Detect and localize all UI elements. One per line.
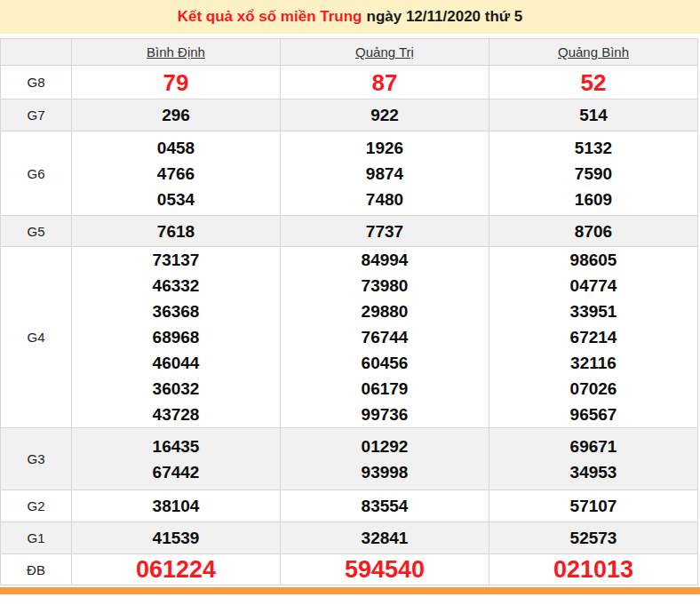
prize-number: 69671 xyxy=(489,434,697,459)
prize-numbers-cell: 192698747480 xyxy=(281,131,489,216)
prize-number: 296 xyxy=(72,102,280,128)
prize-number: 34953 xyxy=(489,459,697,485)
prize-label: G1 xyxy=(1,522,72,554)
prize-number: 514 xyxy=(489,102,697,128)
prize-numbers-cell: 52 xyxy=(489,66,698,100)
prize-numbers-cell: 7618 xyxy=(72,216,281,247)
prize-number: 87 xyxy=(281,67,489,99)
page-title-date: ngày 12/11/2020 thứ 5 xyxy=(367,8,523,25)
table-row: ĐB061224594540021013 xyxy=(1,554,698,585)
prize-numbers-cell: 514 xyxy=(489,100,698,131)
prize-label: G6 xyxy=(1,131,72,216)
prize-number: 79 xyxy=(72,67,280,99)
prize-number: 33951 xyxy=(489,299,697,324)
prize-number: 73980 xyxy=(281,273,489,299)
prize-numbers-cell: 513275901609 xyxy=(489,131,698,216)
prize-number: 99736 xyxy=(281,402,489,427)
prize-numbers-cell: 32841 xyxy=(281,522,489,554)
prize-number: 52573 xyxy=(489,525,697,551)
prize-numbers-cell: 045847660534 xyxy=(72,131,281,216)
prize-number: 07026 xyxy=(489,376,697,402)
table-row: G7296922514 xyxy=(1,100,698,131)
prize-number: 594540 xyxy=(281,555,489,585)
prize-number: 36368 xyxy=(72,299,280,324)
prize-number: 7590 xyxy=(489,161,697,187)
prize-number: 98605 xyxy=(489,247,697,273)
prize-label: G5 xyxy=(1,216,72,247)
prize-numbers-cell: 8706 xyxy=(489,216,698,247)
prize-number: 52 xyxy=(489,67,697,99)
prize-numbers-cell: 296 xyxy=(72,100,281,131)
prize-numbers-cell: 922 xyxy=(281,100,489,131)
prize-number: 0534 xyxy=(72,187,280,212)
prize-number: 06179 xyxy=(281,376,489,402)
prize-number: 7737 xyxy=(281,219,489,244)
prize-number: 4766 xyxy=(72,161,280,187)
lottery-results-table: Bình Định Quảng Trị Quảng Bình G8798752G… xyxy=(0,38,698,585)
table-row: G6045847660534192698747480513275901609 xyxy=(1,131,698,216)
prize-number: 32116 xyxy=(489,350,697,376)
prize-number: 36032 xyxy=(72,376,280,402)
table-header-row: Bình Định Quảng Trị Quảng Bình xyxy=(1,39,698,66)
prize-number: 922 xyxy=(281,102,489,128)
table-row: G1415393284152573 xyxy=(1,522,698,554)
prize-number: 021013 xyxy=(489,555,697,585)
prize-number: 60456 xyxy=(281,350,489,376)
prize-numbers-cell: 061224 xyxy=(72,554,281,585)
prize-label: G8 xyxy=(1,66,72,100)
province-link-binh-dinh[interactable]: Bình Định xyxy=(147,44,205,60)
prize-numbers-cell: 87 xyxy=(281,66,489,100)
prize-number: 43728 xyxy=(72,402,280,427)
page-title-highlight: Kết quả xổ số miền Trung xyxy=(178,8,362,25)
prize-numbers-cell: 0129293998 xyxy=(281,428,489,490)
province-link-quang-binh[interactable]: Quảng Bình xyxy=(558,44,629,60)
prize-number: 83554 xyxy=(281,493,489,519)
prize-number: 5132 xyxy=(489,135,697,161)
prize-number: 73137 xyxy=(72,247,280,273)
prize-label: G4 xyxy=(1,247,72,428)
prize-numbers-cell: 79 xyxy=(72,66,281,100)
table-row: G473137463323636868968460443603243728849… xyxy=(1,247,698,428)
prize-numbers-cell: 84994739802988076744604560617999736 xyxy=(281,247,489,428)
prize-label: G3 xyxy=(1,428,72,490)
table-row: G8798752 xyxy=(1,66,698,100)
prize-number: 41539 xyxy=(72,525,280,551)
prize-numbers-cell: 38104 xyxy=(72,490,281,522)
bottom-accent-bar xyxy=(0,587,700,594)
prize-number: 57107 xyxy=(489,493,697,519)
table-row: G3164356744201292939986967134953 xyxy=(1,428,698,490)
prize-number: 67214 xyxy=(489,324,697,350)
province-link-quang-tri[interactable]: Quảng Trị xyxy=(355,44,414,60)
prize-number: 29880 xyxy=(281,299,489,324)
page-title-bar: Kết quả xổ số miền Trungngày 12/11/2020 … xyxy=(0,0,700,34)
prize-number: 16435 xyxy=(72,434,280,459)
prize-numbers-cell: 83554 xyxy=(281,490,489,522)
column-header-quang-binh: Quảng Bình xyxy=(489,39,698,66)
prize-number: 1926 xyxy=(281,135,489,161)
prize-number: 061224 xyxy=(72,555,280,585)
prize-number: 46044 xyxy=(72,350,280,376)
prize-label: G2 xyxy=(1,490,72,522)
prize-numbers-cell: 7737 xyxy=(281,216,489,247)
prize-numbers-cell: 52573 xyxy=(489,522,698,554)
prize-label: G7 xyxy=(1,100,72,131)
prize-numbers-cell: 41539 xyxy=(72,522,281,554)
prize-number: 93998 xyxy=(281,459,489,485)
prize-number: 38104 xyxy=(72,493,280,519)
prize-number: 32841 xyxy=(281,525,489,551)
prize-numbers-cell: 98605047743395167214321160702696567 xyxy=(489,247,698,428)
prize-number: 76744 xyxy=(281,324,489,350)
prize-number: 7618 xyxy=(72,219,280,244)
prize-numbers-cell: 57107 xyxy=(489,490,698,522)
column-header-quang-tri: Quảng Trị xyxy=(281,39,489,66)
table-row: G2381048355457107 xyxy=(1,490,698,522)
prize-number: 46332 xyxy=(72,273,280,299)
prize-number: 01292 xyxy=(281,434,489,459)
prize-number: 9874 xyxy=(281,161,489,187)
table-row: G5761877378706 xyxy=(1,216,698,247)
prize-number: 7480 xyxy=(281,187,489,212)
prize-numbers-cell: 021013 xyxy=(489,554,698,585)
prize-numbers-cell: 1643567442 xyxy=(72,428,281,490)
prize-number: 0458 xyxy=(72,135,280,161)
column-header-binh-dinh: Bình Định xyxy=(72,39,281,66)
